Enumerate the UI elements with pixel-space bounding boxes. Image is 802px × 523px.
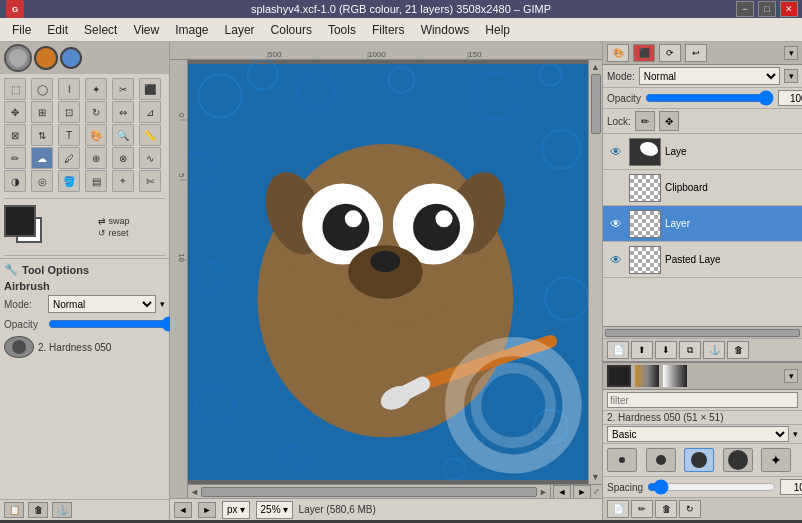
layers-hscroll[interactable] <box>603 326 802 338</box>
brush-item-1[interactable] <box>607 448 637 472</box>
layer-item-3[interactable]: 👁 Layer <box>603 206 802 242</box>
menu-view[interactable]: View <box>125 21 167 39</box>
brushes-panel-expand[interactable]: ▾ <box>784 369 798 383</box>
bucket-fill-btn[interactable]: 🪣 <box>58 170 80 192</box>
layer-item-4[interactable]: 👁 Pasted Laye <box>603 242 802 278</box>
brushes-filter-input[interactable] <box>607 392 798 408</box>
minimize-button[interactable]: − <box>736 1 754 17</box>
crop-tool-btn[interactable]: ⊡ <box>58 101 80 123</box>
airbrush-tool-btn[interactable]: ☁ <box>31 147 53 169</box>
brush-item-2[interactable] <box>646 448 676 472</box>
opacity-value-right[interactable] <box>778 90 802 106</box>
delete-btn[interactable]: 🗑 <box>28 502 48 518</box>
text-tool-btn[interactable]: T <box>58 124 80 146</box>
reset-colors-icon[interactable]: ↺ reset <box>98 228 130 238</box>
raise-layer-btn[interactable]: ⬆ <box>631 341 653 359</box>
vscroll-down-btn[interactable]: ▼ <box>591 472 600 482</box>
paths-btn[interactable]: ⬛ <box>633 44 655 62</box>
rotate-tool-btn[interactable]: ↻ <box>85 101 107 123</box>
channels-btn[interactable]: 🎨 <box>607 44 629 62</box>
layer-item-1[interactable]: 👁 Laye <box>603 134 802 170</box>
ink-tool-btn[interactable]: 🖊 <box>58 147 80 169</box>
ellipse-select-tool-btn[interactable]: ◯ <box>31 78 53 100</box>
heal-tool-btn[interactable]: ⊗ <box>112 147 134 169</box>
footer-zoom-select[interactable]: 25% ▾ <box>256 501 293 519</box>
shear-tool-btn[interactable]: ⊿ <box>139 101 161 123</box>
footer-nav-left[interactable]: ◄ <box>174 502 192 518</box>
new-from-visible-btn[interactable]: 📋 <box>4 502 24 518</box>
menu-image[interactable]: Image <box>167 21 216 39</box>
footer-nav-right[interactable]: ► <box>198 502 216 518</box>
vscroll-up-btn[interactable]: ▲ <box>591 62 600 72</box>
hscroll-left-btn[interactable]: ◄ <box>190 487 199 497</box>
layer-1-visibility[interactable]: 👁 <box>607 143 625 161</box>
brush-fg-color[interactable] <box>607 365 631 387</box>
vscroll-thumb[interactable] <box>591 74 601 134</box>
menu-windows[interactable]: Windows <box>413 21 478 39</box>
blur-tool-btn[interactable]: ◎ <box>31 170 53 192</box>
measure-tool-btn[interactable]: 📏 <box>139 124 161 146</box>
foreground-color[interactable] <box>4 205 36 237</box>
path-tool-btn[interactable]: ⌖ <box>112 170 134 192</box>
spacing-slider[interactable] <box>647 480 776 494</box>
brush-pattern[interactable] <box>663 365 687 387</box>
layer-3-visibility[interactable]: 👁 <box>607 215 625 233</box>
layer-2-visibility[interactable] <box>607 179 625 197</box>
canvas-nav-left[interactable]: ◄ <box>553 485 571 499</box>
delete-layer-btn[interactable]: 🗑 <box>727 341 749 359</box>
canvas-nav-right[interactable]: ► <box>573 485 591 499</box>
lock-pixels-btn[interactable]: ✏ <box>635 111 655 131</box>
iscissors-tool-btn[interactable]: ✄ <box>139 170 161 192</box>
scale-tool-btn[interactable]: ⇔ <box>112 101 134 123</box>
layers-hscroll-thumb[interactable] <box>605 329 800 337</box>
anchor-btn[interactable]: ⚓ <box>52 502 72 518</box>
undo-btn[interactable]: ↩ <box>685 44 707 62</box>
move-tool-btn[interactable]: ✥ <box>4 101 26 123</box>
menu-file[interactable]: File <box>4 21 39 39</box>
maximize-button[interactable]: □ <box>758 1 776 17</box>
close-button[interactable]: ✕ <box>780 1 798 17</box>
perspective-tool-btn[interactable]: ⊠ <box>4 124 26 146</box>
anchor-layer-btn[interactable]: ⚓ <box>703 341 725 359</box>
new-layer-btn[interactable]: 📄 <box>607 341 629 359</box>
expand-icon[interactable]: ⤢ <box>593 487 600 496</box>
brush-gradient[interactable] <box>635 365 659 387</box>
spacing-value[interactable] <box>780 479 802 495</box>
zoom-tool-btn[interactable]: 🔍 <box>112 124 134 146</box>
menu-filters[interactable]: Filters <box>364 21 413 39</box>
brush-item-3[interactable] <box>684 448 714 472</box>
menu-edit[interactable]: Edit <box>39 21 76 39</box>
menu-colours[interactable]: Colours <box>263 21 320 39</box>
opacity-slider-right[interactable] <box>645 91 774 105</box>
refresh-brushes-btn[interactable]: ↻ <box>679 500 701 518</box>
horizontal-scrollbar[interactable]: ◄ ► <box>188 485 550 498</box>
pencil-tool-btn[interactable]: ✏ <box>4 147 26 169</box>
color-picker-btn[interactable]: 🎨 <box>85 124 107 146</box>
menu-layer[interactable]: Layer <box>217 21 263 39</box>
layer-item-2[interactable]: Clipboard <box>603 170 802 206</box>
layer-4-visibility[interactable]: 👁 <box>607 251 625 269</box>
color-select-tool-btn[interactable]: ⬛ <box>139 78 161 100</box>
lock-pos-btn[interactable]: ✥ <box>659 111 679 131</box>
clone-tool-btn[interactable]: ⊕ <box>85 147 107 169</box>
mode-expand-icon[interactable]: ▾ <box>160 299 165 309</box>
new-brush-btn[interactable]: 📄 <box>607 500 629 518</box>
flip-tool-btn[interactable]: ⇅ <box>31 124 53 146</box>
menu-help[interactable]: Help <box>477 21 518 39</box>
align-tool-btn[interactable]: ⊞ <box>31 101 53 123</box>
fuzzy-select-tool-btn[interactable]: ✦ <box>85 78 107 100</box>
edit-brush-btn[interactable]: ✏ <box>631 500 653 518</box>
canvas-viewport[interactable] <box>188 60 588 484</box>
brushes-category-select[interactable]: Basic <box>607 426 789 442</box>
delete-brush-btn[interactable]: 🗑 <box>655 500 677 518</box>
duplicate-layer-btn[interactable]: ⧉ <box>679 341 701 359</box>
menu-tools[interactable]: Tools <box>320 21 364 39</box>
free-select-tool-btn[interactable]: ⌇ <box>58 78 80 100</box>
mode-select-right[interactable]: Normal <box>639 67 780 85</box>
rect-select-tool-btn[interactable]: ⬚ <box>4 78 26 100</box>
panel-expand-btn[interactable]: ▾ <box>784 46 798 60</box>
menu-select[interactable]: Select <box>76 21 125 39</box>
brushes-category-arrow[interactable]: ▾ <box>793 429 798 439</box>
dodge-tool-btn[interactable]: ◑ <box>4 170 26 192</box>
swap-colors-icon[interactable]: ⇄ swap <box>98 216 130 226</box>
